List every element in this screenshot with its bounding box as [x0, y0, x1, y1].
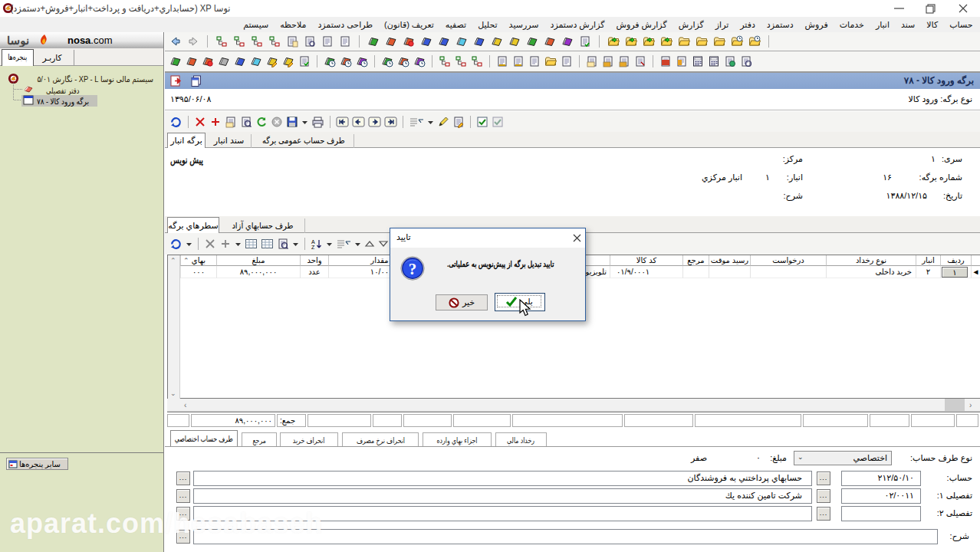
svg-text:Z: Z	[311, 245, 315, 250]
svg-text:A: A	[311, 239, 315, 245]
svg-text:?: ?	[409, 260, 417, 278]
svg-text:نوسا: نوسا	[7, 34, 29, 47]
